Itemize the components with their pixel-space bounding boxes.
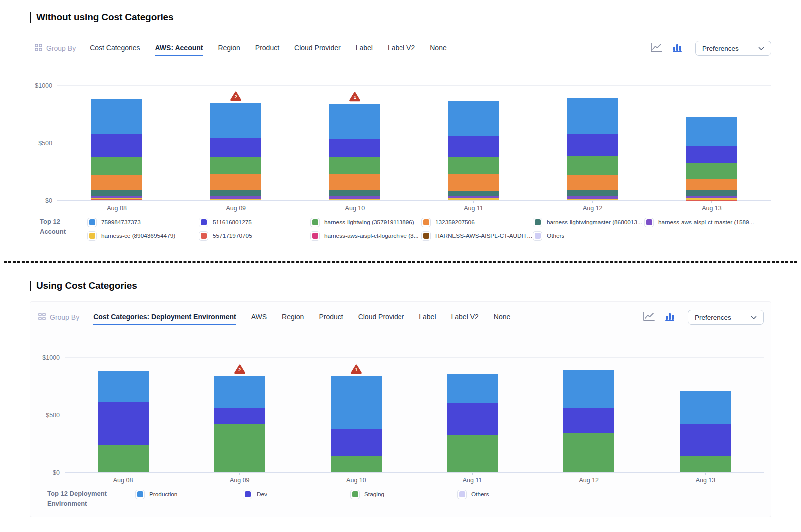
legend-item[interactable]: Dev	[243, 490, 350, 499]
tab-cost-categories[interactable]: Cost Categories	[90, 41, 140, 56]
bar-segment[interactable]	[98, 402, 149, 445]
stacked-bar-aug-12[interactable]	[563, 370, 614, 472]
bar-segment[interactable]	[329, 174, 380, 190]
bar-chart-view-button[interactable]	[671, 42, 683, 55]
legend-item[interactable]: Staging	[350, 490, 457, 499]
bar-segment[interactable]	[210, 103, 261, 138]
bar-segment[interactable]	[214, 408, 265, 424]
tab-aws-account[interactable]: AWS: Account	[155, 41, 203, 56]
bar-segment[interactable]	[329, 200, 380, 200]
tab-label-v2[interactable]: Label V2	[388, 41, 415, 56]
legend-item[interactable]: harness-lightwing (357919113896)	[310, 218, 421, 227]
bar-segment[interactable]	[447, 435, 498, 472]
tab-label[interactable]: Label	[356, 41, 373, 56]
stacked-bar-aug-12[interactable]	[567, 98, 618, 200]
bar-segment[interactable]	[680, 456, 731, 472]
anomaly-badge[interactable]: 1	[349, 92, 361, 102]
bar-segment[interactable]	[448, 174, 499, 191]
legend-item[interactable]: harness-ce (890436954479)	[87, 231, 199, 241]
stacked-bar-aug-13[interactable]	[686, 117, 737, 200]
bar-segment[interactable]	[214, 376, 265, 408]
anomaly-badge[interactable]: 1	[350, 364, 362, 374]
legend-item[interactable]: harness-aws-aispl-ct-master (1589...	[644, 218, 756, 227]
bar-segment[interactable]	[563, 408, 614, 432]
tab-aws[interactable]: AWS	[251, 310, 267, 325]
preferences-dropdown[interactable]: Preferences	[688, 310, 764, 325]
bar-segment[interactable]	[567, 200, 618, 200]
bar-segment[interactable]	[91, 190, 142, 196]
bar-segment[interactable]	[686, 200, 737, 201]
bar-segment[interactable]	[210, 174, 261, 190]
stacked-bar-aug-08[interactable]	[91, 99, 142, 200]
preferences-dropdown[interactable]: Preferences	[695, 41, 771, 56]
bar-segment[interactable]	[567, 98, 618, 133]
bar-segment[interactable]	[331, 429, 382, 456]
bar-segment[interactable]	[567, 175, 618, 190]
stacked-bar-aug-09[interactable]	[214, 376, 265, 472]
tab-cost-categories-deployment-environment[interactable]: Cost Categories: Deployment Environment	[93, 310, 236, 325]
line-chart-view-button[interactable]	[649, 42, 663, 55]
legend-item[interactable]: harness-aws-aispl-ct-logarchive (3...	[310, 231, 421, 241]
bar-segment[interactable]	[91, 157, 142, 175]
legend-item[interactable]: 511616801275	[199, 218, 310, 227]
bar-segment[interactable]	[210, 138, 261, 157]
bar-segment[interactable]	[91, 175, 142, 190]
bar-segment[interactable]	[567, 190, 618, 196]
anomaly-badge[interactable]: 2	[234, 364, 245, 374]
bar-segment[interactable]	[447, 374, 498, 403]
tab-none[interactable]: None	[430, 41, 446, 56]
bar-segment[interactable]	[98, 445, 149, 472]
legend-item[interactable]: HARNESS-AWS-AISPL-CT-AUDIT (...	[421, 231, 533, 241]
bar-segment[interactable]	[91, 99, 142, 134]
legend-item[interactable]: 759984737373	[87, 218, 199, 227]
bar-segment[interactable]	[329, 157, 380, 175]
anomaly-badge[interactable]: 2	[230, 91, 242, 101]
bar-segment[interactable]	[210, 157, 261, 175]
tab-cloud-provider[interactable]: Cloud Provider	[358, 310, 404, 325]
bar-segment[interactable]	[214, 424, 265, 472]
line-chart-view-button[interactable]	[642, 311, 656, 324]
legend-item[interactable]: 132359207506	[421, 218, 533, 227]
bar-segment[interactable]	[448, 200, 499, 200]
bar-segment[interactable]	[686, 163, 737, 179]
tab-cloud-provider[interactable]: Cloud Provider	[294, 41, 341, 56]
bar-segment[interactable]	[563, 370, 614, 408]
bar-segment[interactable]	[686, 117, 737, 147]
bar-segment[interactable]	[329, 104, 380, 139]
legend-item[interactable]: Others	[457, 490, 565, 499]
tab-product[interactable]: Product	[319, 310, 343, 325]
bar-segment[interactable]	[448, 157, 499, 175]
bar-segment[interactable]	[567, 134, 618, 156]
stacked-bar-aug-11[interactable]	[448, 101, 499, 200]
tab-region[interactable]: Region	[218, 41, 240, 56]
tab-product[interactable]: Product	[255, 41, 279, 56]
tab-label[interactable]: Label	[419, 310, 436, 325]
bar-segment[interactable]	[210, 190, 261, 196]
bar-segment[interactable]	[329, 139, 380, 157]
bar-segment[interactable]	[91, 134, 142, 157]
legend-item[interactable]: 557171970705	[199, 231, 310, 241]
stacked-bar-aug-11[interactable]	[447, 374, 498, 472]
bar-segment[interactable]	[448, 191, 499, 196]
bar-segment[interactable]	[686, 179, 737, 191]
tab-region[interactable]: Region	[282, 310, 304, 325]
tab-none[interactable]: None	[494, 310, 510, 325]
bar-segment[interactable]	[567, 156, 618, 175]
stacked-bar-aug-10[interactable]	[331, 376, 382, 472]
bar-segment[interactable]	[448, 136, 499, 156]
legend-item[interactable]: Others	[533, 231, 644, 241]
bar-segment[interactable]	[210, 200, 261, 200]
stacked-bar-aug-13[interactable]	[680, 391, 731, 472]
bar-chart-view-button[interactable]	[664, 311, 676, 324]
bar-segment[interactable]	[448, 101, 499, 136]
bar-segment[interactable]	[563, 433, 614, 472]
bar-segment[interactable]	[331, 456, 382, 472]
stacked-bar-aug-09[interactable]	[210, 103, 261, 200]
bar-segment[interactable]	[98, 371, 149, 402]
bar-segment[interactable]	[329, 190, 380, 196]
bar-segment[interactable]	[447, 403, 498, 435]
bar-segment[interactable]	[680, 424, 731, 455]
stacked-bar-aug-10[interactable]	[329, 104, 380, 200]
bar-segment[interactable]	[331, 376, 382, 429]
bar-segment[interactable]	[686, 146, 737, 163]
